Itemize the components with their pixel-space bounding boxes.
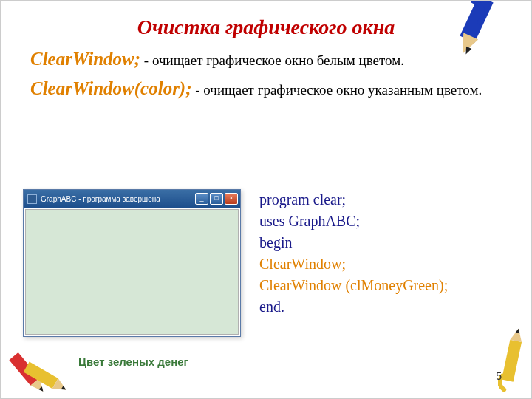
page-number: 5 <box>496 370 502 382</box>
pencil-decoration-bottom-right <box>498 326 528 392</box>
code-sample: program clear; uses GraphABC; begin Clea… <box>259 189 448 337</box>
svg-rect-9 <box>502 340 522 382</box>
code-line: program clear; <box>259 189 448 211</box>
paragraph-clearwindow: ClearWindow; - очищает графическое окно … <box>30 47 502 72</box>
pencil-decoration-top-right <box>446 0 498 67</box>
code-line: uses GraphABC; <box>259 211 448 232</box>
window-titlebar: GraphABC - программа завершена _ □ × <box>24 190 240 208</box>
color-caption: Цвет зеленых денег <box>78 355 188 368</box>
code-line: end. <box>259 296 448 318</box>
code-line: ClearWindow; <box>259 253 448 275</box>
desc-clearwindow-color: - очищает графическое окно указанным цве… <box>192 82 482 98</box>
paragraph-clearwindow-color: ClearWindow(color); - очищает графическо… <box>30 76 502 101</box>
lower-row: GraphABC - программа завершена _ □ × pro… <box>23 189 511 337</box>
close-button[interactable]: × <box>225 193 238 205</box>
minimize-button[interactable]: _ <box>195 193 208 205</box>
cmd-clearwindow-color: ClearWindow(color); <box>30 78 192 98</box>
app-icon <box>27 194 37 204</box>
svg-marker-11 <box>516 328 521 333</box>
maximize-button[interactable]: □ <box>210 193 223 205</box>
code-line: ClearWindow (clMoneyGreen); <box>259 275 448 296</box>
pencils-decoration-bottom-left <box>8 343 75 399</box>
code-line: begin <box>259 232 448 253</box>
graphabc-window: GraphABC - программа завершена _ □ × <box>23 189 241 337</box>
cmd-clearwindow: ClearWindow; <box>30 49 140 69</box>
svg-marker-10 <box>510 327 524 342</box>
desc-clearwindow: - очищает графическое окно белым цветом. <box>140 52 404 68</box>
window-title: GraphABC - программа завершена <box>41 195 194 203</box>
window-client-area <box>25 209 239 335</box>
